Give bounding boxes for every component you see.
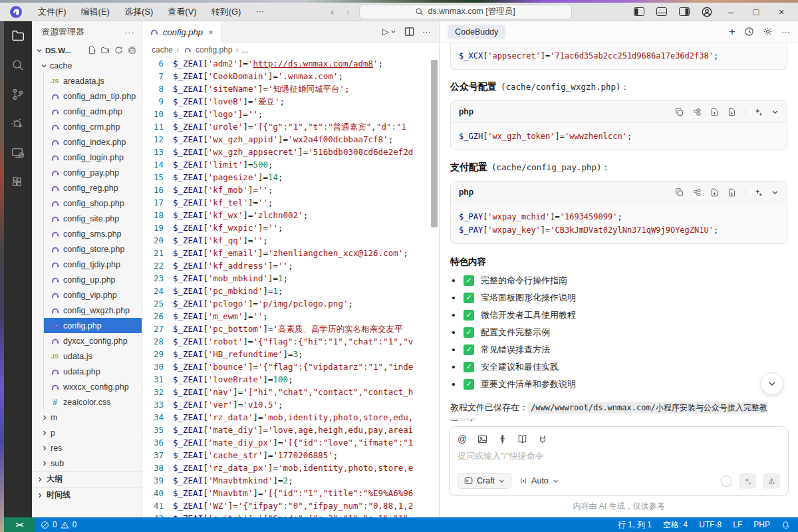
- workspace-root-row[interactable]: DS.W...: [32, 43, 142, 58]
- file-row-config_index.php[interactable]: config_index.php: [44, 134, 142, 150]
- problems-status[interactable]: 0 0: [35, 520, 76, 529]
- mcp-plug-icon[interactable]: [538, 434, 547, 444]
- eol-sequence[interactable]: LF: [733, 520, 742, 529]
- new-file-from-code-icon[interactable]: [710, 188, 719, 197]
- file-row-zeaicolor.css[interactable]: #zeaicolor.css: [44, 394, 142, 410]
- breadcrumb[interactable]: cache › config.php › ...: [142, 43, 439, 57]
- run-debug-icon[interactable]: [10, 116, 26, 132]
- tab-config-php[interactable]: config.php ×: [142, 21, 222, 43]
- toggle-sidebar-left-icon[interactable]: [629, 4, 649, 20]
- tab-close-icon[interactable]: ×: [207, 27, 215, 37]
- folder-row-cache[interactable]: cache: [32, 58, 142, 73]
- maximize-button[interactable]: □: [745, 3, 767, 21]
- file-row-config_adm_tip.php[interactable]: config_adm_tip.php: [44, 88, 142, 104]
- insert-code-icon[interactable]: [692, 108, 702, 116]
- file-row-config_login.php[interactable]: config_login.php: [44, 150, 142, 165]
- new-file-from-code-icon[interactable]: [710, 108, 719, 116]
- sidebar-section-时间线[interactable]: 时间线: [32, 487, 142, 503]
- file-row-config_adm.php[interactable]: config_adm.php: [44, 104, 142, 119]
- file-row-config_sms.php[interactable]: config_sms.php: [44, 226, 142, 241]
- chat-input-box[interactable]: @ 提问或输入"/"快捷命令 Craft Auto: [449, 426, 789, 496]
- refresh-icon[interactable]: [114, 46, 123, 55]
- file-row-config_wxgzh.php[interactable]: config_wxgzh.php: [44, 303, 142, 318]
- mode-selector[interactable]: Craft: [458, 473, 511, 489]
- model-selector[interactable]: Auto: [519, 476, 559, 485]
- code-editor[interactable]: 6$_ZEAI['adm2']='http://ds.wnmax.com/adm…: [142, 57, 439, 517]
- codebuddy-tab[interactable]: CodeBuddy: [448, 25, 505, 39]
- close-button[interactable]: ×: [770, 3, 793, 21]
- new-chat-icon[interactable]: +: [729, 26, 735, 37]
- file-row-dyxcx_config.php[interactable]: dyxcx_config.php: [44, 333, 142, 348]
- file-row-config_reg.php[interactable]: config_reg.php: [44, 180, 142, 196]
- folder-row-m[interactable]: m: [32, 410, 142, 425]
- image-icon[interactable]: [477, 434, 487, 444]
- history-icon[interactable]: [744, 27, 754, 37]
- folder-row-p[interactable]: p: [32, 425, 142, 440]
- scroll-to-bottom-button[interactable]: [761, 372, 783, 395]
- menu-item-5[interactable]: ···: [249, 5, 270, 19]
- file-row-udata.php[interactable]: udata.php: [44, 364, 142, 379]
- sparkle-icon[interactable]: [754, 108, 763, 116]
- apply-to-file-icon[interactable]: [728, 108, 736, 116]
- file-row-udata.js[interactable]: JSudata.js: [44, 348, 142, 364]
- folder-row-sub[interactable]: sub: [32, 456, 142, 471]
- collapse-block-icon[interactable]: [771, 189, 779, 196]
- minimize-button[interactable]: –: [720, 3, 742, 21]
- indentation[interactable]: 空格: 4: [663, 519, 688, 531]
- file-row-config_tjdiy.php[interactable]: config_tjdiy.php: [44, 257, 142, 272]
- remote-indicator[interactable]: ><: [4, 517, 35, 532]
- extensions-icon[interactable]: [10, 174, 26, 190]
- menu-item-2[interactable]: 选择(S): [118, 5, 159, 19]
- settings-gear-icon[interactable]: [763, 27, 773, 37]
- source-control-icon[interactable]: [10, 86, 26, 102]
- split-editor-icon[interactable]: [404, 27, 414, 37]
- sidebar-more-icon[interactable]: ···: [124, 27, 135, 37]
- nav-back-icon[interactable]: ‹: [328, 7, 336, 17]
- file-row-config.php[interactable]: config.php: [44, 318, 142, 333]
- apply-to-file-icon[interactable]: [728, 188, 736, 197]
- collapse-all-icon[interactable]: [128, 46, 136, 55]
- enhance-prompt-icon[interactable]: [739, 473, 756, 489]
- mention-icon[interactable]: @: [458, 434, 467, 444]
- send-icon[interactable]: [763, 473, 780, 489]
- editor-more-icon[interactable]: ···: [422, 27, 431, 37]
- new-folder-icon[interactable]: [101, 46, 110, 55]
- knowledge-book-icon[interactable]: [517, 434, 527, 444]
- app-logo-icon[interactable]: [9, 5, 23, 19]
- file-row-config_vip.php[interactable]: config_vip.php: [44, 287, 142, 303]
- menu-item-0[interactable]: 文件(F): [32, 5, 72, 19]
- toggle-panel-icon[interactable]: [652, 4, 672, 20]
- language-mode[interactable]: PHP: [753, 520, 770, 529]
- file-row-config_pay.php[interactable]: config_pay.php: [44, 165, 142, 180]
- editor-scrollbar[interactable]: [431, 60, 438, 227]
- folder-row-res[interactable]: res: [32, 440, 142, 456]
- file-row-config_site.php[interactable]: config_site.php: [44, 211, 142, 226]
- encoding[interactable]: UTF-8: [699, 520, 722, 529]
- insert-code-icon[interactable]: [692, 188, 702, 197]
- explorer-icon[interactable]: [10, 28, 26, 44]
- menu-item-3[interactable]: 查看(V): [162, 5, 202, 19]
- sidebar-section-大纲[interactable]: 大纲: [32, 471, 142, 487]
- collapse-block-icon[interactable]: [771, 108, 779, 116]
- notifications-bell-icon[interactable]: [781, 521, 790, 529]
- menu-item-4[interactable]: 转到(G): [205, 5, 247, 19]
- chat-input-placeholder[interactable]: 提问或输入"/"快捷命令: [458, 450, 780, 462]
- tools-icon[interactable]: [498, 434, 507, 444]
- sparkle-icon[interactable]: [754, 188, 763, 197]
- menu-item-1[interactable]: 编辑(E): [75, 5, 116, 19]
- panel-more-icon[interactable]: ···: [781, 27, 790, 37]
- command-center-search[interactable]: ds.wnmax.com [管理员]: [359, 5, 572, 19]
- cursor-position[interactable]: 行 1, 列 1: [618, 519, 652, 531]
- file-row-config_up.php[interactable]: config_up.php: [44, 272, 142, 287]
- copy-icon[interactable]: [675, 188, 684, 197]
- account-icon[interactable]: [697, 4, 717, 20]
- file-row-config_crm.php[interactable]: config_crm.php: [44, 119, 142, 134]
- new-file-icon[interactable]: [88, 46, 96, 55]
- copy-icon[interactable]: [675, 108, 684, 116]
- file-row-config_store.php[interactable]: config_store.php: [44, 241, 142, 257]
- file-row-config_shop.php[interactable]: config_shop.php: [44, 196, 142, 211]
- search-sidebar-icon[interactable]: [10, 57, 26, 73]
- file-row-wxxcx_config.php[interactable]: wxxcx_config.php: [44, 379, 142, 394]
- remote-explorer-icon[interactable]: [10, 145, 26, 161]
- toggle-sidebar-right-icon[interactable]: [674, 4, 694, 20]
